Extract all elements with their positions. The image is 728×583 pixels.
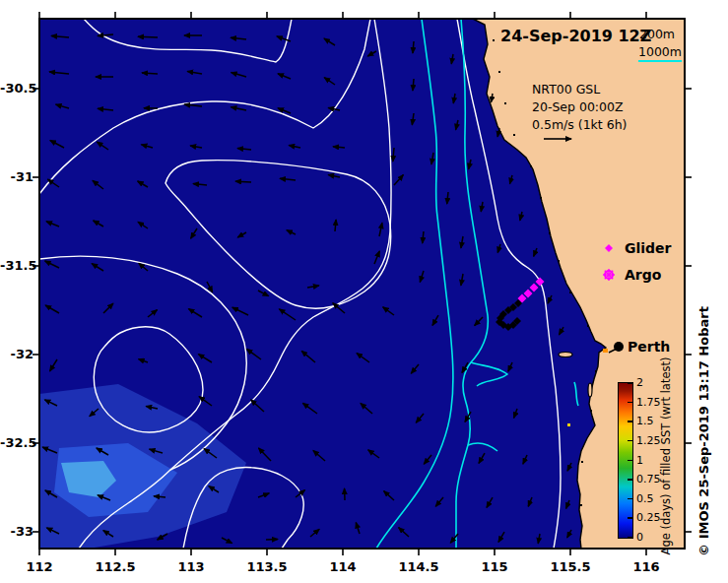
colorbar-tick-mark bbox=[628, 402, 632, 404]
colorbar-tick-label: 1.75 bbox=[636, 396, 661, 409]
coast-speckle bbox=[498, 71, 500, 73]
model-name-label: NRT00 GSL bbox=[532, 81, 627, 98]
argo-legend-label: Argo bbox=[625, 267, 661, 283]
island bbox=[559, 353, 572, 357]
x-tick-label: 114.5 bbox=[397, 559, 440, 574]
coast-speckle bbox=[513, 134, 515, 136]
x-tick-label: 112 bbox=[18, 559, 61, 574]
colorbar-tick-label: 1.25 bbox=[636, 434, 661, 447]
model-time-label: 20-Sep 00:00Z bbox=[532, 98, 627, 116]
island bbox=[588, 383, 592, 397]
x-tick-label: 113.5 bbox=[245, 559, 289, 574]
y-tick-label: -30.5 bbox=[0, 81, 33, 96]
coast-speckle bbox=[549, 232, 551, 234]
x-tick-label: 113 bbox=[169, 559, 213, 574]
coast-speckle bbox=[540, 197, 542, 199]
colorbar-tick-mark bbox=[628, 498, 632, 500]
x-tick-label: 114 bbox=[321, 559, 364, 574]
current-vector-arrow bbox=[413, 79, 414, 91]
y-tick-label: -31.5 bbox=[0, 258, 33, 273]
current-vector-arrow bbox=[413, 41, 414, 53]
colorbar-tick-mark bbox=[628, 479, 632, 481]
y-tick-label: -32.5 bbox=[0, 435, 33, 450]
colorbar-tick-mark bbox=[628, 517, 632, 519]
coast-speckle bbox=[558, 260, 560, 262]
coast-speckle bbox=[587, 325, 589, 327]
coast-speckle bbox=[504, 102, 506, 104]
y-tick-label: -33 bbox=[0, 524, 33, 539]
x-tick-label: 116 bbox=[625, 559, 668, 574]
colorbar-tick-label: 0.5 bbox=[636, 492, 654, 505]
colorbar-tick-label: 0.75 bbox=[636, 473, 661, 486]
sst-age-hotspot bbox=[603, 349, 608, 353]
coast-speckle bbox=[595, 370, 597, 372]
sst-age-hotspot bbox=[567, 423, 570, 426]
current-vector-arrow bbox=[138, 36, 158, 37]
coast-speckle bbox=[530, 165, 532, 167]
colorbar-tick-label: 1 bbox=[636, 454, 643, 467]
x-tick-label: 112.5 bbox=[94, 559, 137, 574]
legend-1000m-label: 1000m bbox=[638, 44, 682, 59]
colorbar-tick-mark bbox=[628, 382, 632, 384]
y-tick-label: -31 bbox=[0, 169, 33, 184]
current-vector-arrow bbox=[335, 220, 336, 231]
colorbar-axis-label: Age (days) of filled SST (wrt latest) bbox=[659, 357, 673, 555]
legend-1000m-line bbox=[638, 60, 682, 62]
colorbar-tick-label: 2 bbox=[636, 376, 643, 389]
copyright-watermark: © IMOS 25-Sep-2019 13:17 Hobart bbox=[696, 306, 711, 556]
colorbar-tick-label: 1.5 bbox=[636, 415, 654, 427]
legend-200m-label: 200m bbox=[639, 27, 675, 41]
colorbar-tick-label: 0.25 bbox=[636, 511, 661, 524]
x-tick-label: 115 bbox=[473, 559, 516, 574]
map-date-title: 24-Sep-2019 12Z bbox=[500, 27, 651, 45]
coast-speckle bbox=[569, 292, 571, 293]
model-info-block: NRT00 GSL 20-Sep 00:00Z 0.5m/s (1kt 6h) bbox=[532, 81, 627, 134]
y-tick-label: -32 bbox=[0, 347, 33, 361]
coast-speckle bbox=[493, 39, 495, 41]
x-tick-label: 115.5 bbox=[549, 559, 592, 574]
colorbar-tick-mark bbox=[628, 460, 632, 462]
colorbar-tick-label: 0 bbox=[636, 531, 643, 544]
current-vector-arrow bbox=[235, 181, 251, 182]
coast-speckle bbox=[590, 410, 592, 412]
coast-speckle bbox=[580, 504, 582, 506]
perth-city-label: Perth bbox=[628, 339, 670, 355]
colorbar-tick-mark bbox=[628, 440, 632, 442]
colorbar-tick-mark bbox=[628, 537, 632, 539]
sst-map-figure: 24-Sep-2019 12Z 200m 1000m NRT00 GSL 20-… bbox=[0, 0, 728, 583]
colorbar-tick-mark bbox=[628, 421, 632, 422]
vector-scale-label: 0.5m/s (1kt 6h) bbox=[532, 116, 627, 134]
coast-speckle bbox=[581, 461, 583, 463]
glider-legend-label: Glider bbox=[625, 240, 672, 256]
